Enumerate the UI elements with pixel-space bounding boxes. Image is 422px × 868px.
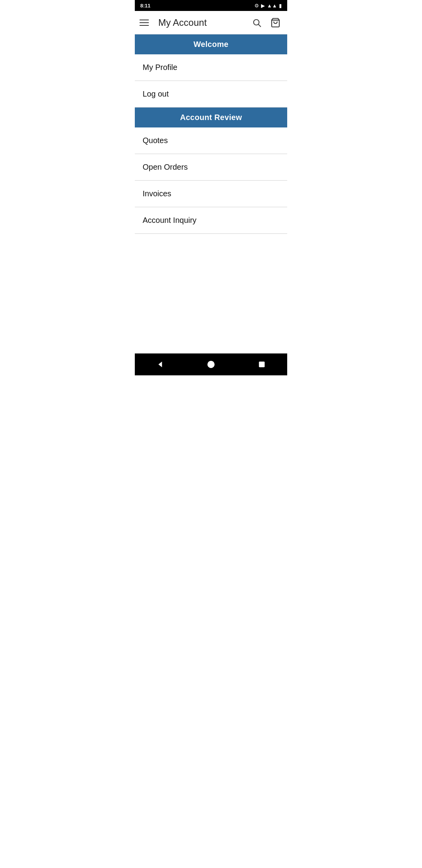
menu-line-3 [139, 25, 149, 26]
my-profile-item[interactable]: My Profile [135, 54, 287, 81]
menu-button[interactable] [139, 16, 154, 30]
back-button[interactable] [135, 353, 186, 375]
cart-icon [270, 18, 281, 28]
page-title: My Account [154, 17, 250, 28]
home-icon [207, 360, 215, 369]
open-orders-label: Open Orders [143, 163, 188, 172]
menu-line-2 [139, 22, 149, 23]
status-icons: ⚙ ▶ ▲▲ ▮ [254, 3, 282, 9]
account-review-section-header: Account Review [135, 108, 287, 127]
invoices-item[interactable]: Invoices [135, 181, 287, 207]
log-out-item[interactable]: Log out [135, 81, 287, 108]
status-time: 8:11 [140, 3, 150, 9]
recent-button[interactable] [236, 353, 287, 375]
svg-line-1 [259, 24, 261, 27]
my-profile-label: My Profile [143, 63, 177, 72]
welcome-section-header: Welcome [135, 34, 287, 54]
bottom-nav [135, 353, 287, 375]
account-inquiry-item[interactable]: Account Inquiry [135, 207, 287, 234]
recent-icon [257, 360, 266, 369]
log-out-label: Log out [143, 90, 169, 99]
invoices-label: Invoices [143, 189, 171, 198]
back-icon [156, 360, 165, 369]
battery-icon: ▮ [279, 3, 282, 9]
svg-rect-5 [259, 362, 265, 368]
play-icon: ▶ [261, 3, 265, 9]
account-inquiry-label: Account Inquiry [143, 216, 197, 225]
cart-button[interactable] [268, 16, 283, 30]
svg-point-4 [207, 361, 215, 368]
account-review-header-text: Account Review [180, 113, 242, 122]
signal-icon: ▲▲ [267, 3, 277, 9]
welcome-header-text: Welcome [193, 40, 229, 48]
search-icon [252, 18, 261, 27]
settings-icon: ⚙ [254, 3, 259, 9]
toolbar-actions [250, 16, 283, 30]
open-orders-item[interactable]: Open Orders [135, 154, 287, 181]
svg-marker-3 [158, 362, 162, 368]
search-button[interactable] [250, 16, 264, 30]
status-bar: 8:11 ⚙ ▶ ▲▲ ▮ [135, 0, 287, 11]
quotes-label: Quotes [143, 136, 168, 145]
content-area: Welcome My Profile Log out Account Revie… [135, 34, 287, 353]
menu-line-1 [139, 20, 149, 20]
quotes-item[interactable]: Quotes [135, 127, 287, 154]
toolbar: My Account [135, 11, 287, 34]
home-button[interactable] [186, 353, 236, 375]
